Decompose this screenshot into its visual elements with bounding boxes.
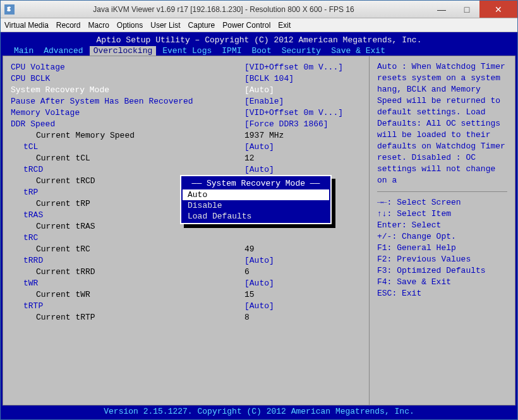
setting-label: CPU BCLK	[11, 74, 244, 83]
viewer-window: Java iKVM Viewer v1.69 r17 [192.168.1.23…	[0, 0, 518, 420]
tab-ipmi[interactable]: IPMI	[218, 46, 245, 56]
setting-value: [BCLK 104]	[244, 74, 361, 83]
setting-label: Current tRRD	[11, 267, 244, 277]
setting-row[interactable]: DDR Speed[Force DDR3 1866]	[11, 118, 361, 129]
popup-option-load-defaults[interactable]: Load Defaults	[183, 211, 329, 222]
setting-label: Current tCL	[11, 153, 244, 163]
setting-row: Current tRTP8	[11, 311, 361, 323]
setting-row[interactable]: tRRD[Auto]	[11, 255, 361, 266]
tab-overclocking[interactable]: Overclocking	[90, 46, 157, 56]
tab-event-logs[interactable]: Event Logs	[159, 46, 215, 56]
help-keys: →←: Select Screen↑↓: Select ItemEnter: S…	[377, 197, 507, 299]
window-title: Java iKVM Viewer v1.69 r17 [192.168.1.23…	[18, 5, 429, 14]
menu-capture[interactable]: Capture	[188, 21, 215, 30]
tab-security[interactable]: Security	[278, 46, 325, 56]
setting-value: [Auto]	[244, 279, 361, 288]
help-key-line: →←: Select Screen	[377, 197, 507, 208]
help-key-line: ESC: Exit	[377, 288, 507, 299]
setting-row[interactable]: Pause After System Has Been Recovered[En…	[11, 95, 361, 107]
setting-label: Current tRTP	[11, 313, 244, 322]
setting-row[interactable]: CPU BCLK[BCLK 104]	[11, 73, 361, 84]
tab-boot[interactable]: Boot	[248, 46, 275, 56]
help-divider	[377, 191, 507, 192]
menu-options[interactable]: Options	[117, 21, 143, 30]
help-key-line: F3: Optimized Defaults	[377, 265, 507, 277]
setting-value: [Force DDR3 1866]	[244, 119, 361, 129]
recovery-mode-popup: —— System Recovery Mode —— AutoDisableLo…	[180, 175, 332, 224]
minimize-button[interactable]: —	[429, 1, 454, 18]
help-key-line: +/-: Change Opt.	[377, 231, 507, 243]
menu-macro[interactable]: Macro	[88, 21, 109, 30]
setting-row: Current Memory Speed1937 MHz	[11, 129, 361, 141]
setting-row[interactable]: tCL[Auto]	[11, 141, 361, 152]
setting-value: 6	[244, 267, 361, 277]
menu-power-control[interactable]: Power Control	[222, 21, 270, 30]
menu-virtual-media[interactable]: Virtual Media	[4, 21, 49, 30]
menu-exit[interactable]: Exit	[278, 21, 291, 30]
setting-label: tRCD	[11, 165, 244, 174]
setting-row[interactable]: CPU Voltage[VID+Offset 0m V...]	[11, 61, 361, 73]
tab-save-exit[interactable]: Save & Exit	[327, 46, 389, 56]
setting-value: [Auto]	[244, 301, 361, 311]
setting-value: [Auto]	[244, 142, 361, 152]
setting-row[interactable]: tWR[Auto]	[11, 277, 361, 289]
help-key-line: ↑↓: Select Item	[377, 208, 507, 220]
popup-option-disable[interactable]: Disable	[183, 200, 329, 211]
setting-label: tCL	[11, 142, 244, 152]
setting-value: 1937 MHz	[244, 131, 361, 140]
setting-label: DDR Speed	[11, 119, 244, 129]
setting-label: tWR	[11, 279, 244, 288]
setting-row[interactable]: Memory Voltage[VID+Offset 0m V...]	[11, 107, 361, 118]
app-icon	[4, 4, 15, 15]
setting-value: 15	[244, 290, 361, 299]
bios-header: Aptio Setup Utility – Copyright (C) 2012…	[3, 34, 515, 46]
setting-value: [VID+Offset 0m V...]	[244, 63, 361, 72]
maximize-button[interactable]: □	[454, 1, 479, 18]
setting-row[interactable]: tRTP[Auto]	[11, 300, 361, 311]
setting-row[interactable]: tRC	[11, 232, 361, 243]
menu-user-list[interactable]: User List	[150, 21, 180, 30]
bios-tabs: MainAdvancedOverclockingEvent LogsIPMIBo…	[3, 46, 515, 56]
setting-value: [Auto]	[244, 85, 361, 95]
setting-label: Current tRC	[11, 244, 244, 254]
setting-row[interactable]: System Recovery Mode[Auto]	[11, 84, 361, 95]
titlebar: Java iKVM Viewer v1.69 r17 [192.168.1.23…	[1, 1, 517, 18]
tab-advanced[interactable]: Advanced	[40, 46, 87, 56]
menubar: Virtual MediaRecordMacroOptionsUser List…	[1, 18, 517, 32]
setting-value: 49	[244, 244, 361, 254]
window-controls: — □ ✕	[429, 1, 517, 18]
setting-value: [VID+Offset 0m V...]	[244, 108, 361, 117]
setting-row: Current tRC49	[11, 243, 361, 255]
setting-row: Current tCL12	[11, 152, 361, 164]
help-panel: Auto : When Watchdog Timer resets system…	[370, 56, 515, 405]
setting-label: CPU Voltage	[11, 63, 244, 72]
setting-label: Memory Voltage	[11, 108, 244, 117]
help-text: Auto : When Watchdog Timer resets system…	[377, 61, 507, 186]
setting-value: [Auto]	[244, 165, 361, 174]
setting-label: tRRD	[11, 256, 244, 265]
setting-value: [Auto]	[244, 256, 361, 265]
bios-screen: Aptio Setup Utility – Copyright (C) 2012…	[1, 32, 517, 419]
setting-row[interactable]: tRCD[Auto]	[11, 164, 361, 175]
help-key-line: F4: Save & Exit	[377, 277, 507, 288]
settings-panel: CPU Voltage[VID+Offset 0m V...]CPU BCLK[…	[3, 56, 370, 405]
setting-row: Current tWR15	[11, 289, 361, 300]
setting-label: Current tWR	[11, 290, 244, 299]
setting-label: tRC	[11, 233, 244, 243]
setting-label: System Recovery Mode	[11, 85, 244, 95]
menu-record[interactable]: Record	[56, 21, 81, 30]
setting-label: Pause After System Has Been Recovered	[11, 97, 244, 106]
tab-main[interactable]: Main	[10, 46, 37, 56]
setting-row: Current tRRD6	[11, 266, 361, 277]
bios-footer: Version 2.15.1227. Copyright (C) 2012 Am…	[3, 405, 515, 417]
setting-label: tRTP	[11, 301, 244, 311]
help-key-line: Enter: Select	[377, 220, 507, 231]
help-key-line: F1: General Help	[377, 243, 507, 254]
bios-panel: CPU Voltage[VID+Offset 0m V...]CPU BCLK[…	[3, 56, 515, 405]
popup-option-auto[interactable]: Auto	[183, 189, 329, 200]
setting-value: 12	[244, 153, 361, 163]
help-key-line: F2: Previous Values	[377, 254, 507, 265]
close-button[interactable]: ✕	[479, 1, 517, 18]
setting-label: Current Memory Speed	[11, 131, 244, 140]
setting-value: 8	[244, 313, 361, 322]
